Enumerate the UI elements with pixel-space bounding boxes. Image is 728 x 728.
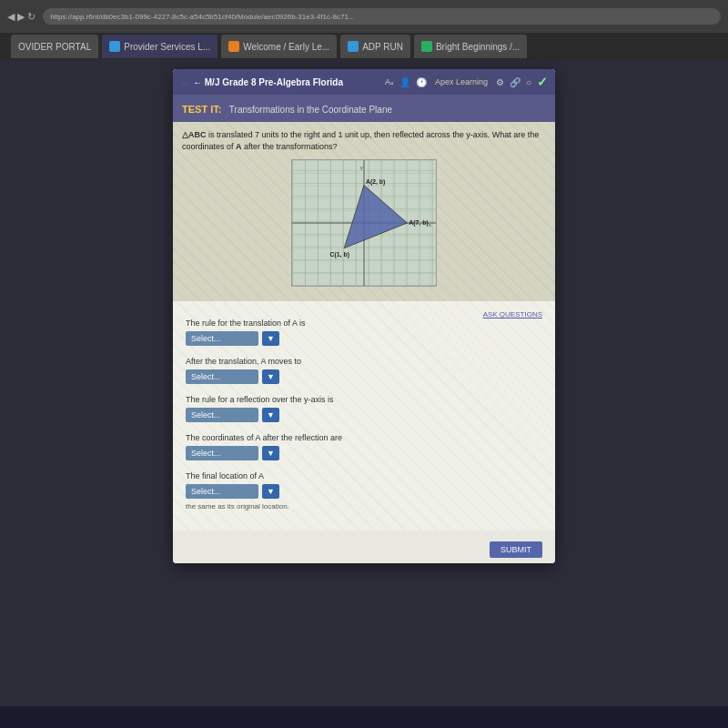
link-icon[interactable]: 🔗 [510, 77, 521, 87]
browser-controls: ◀ ▶ ↻ [7, 11, 35, 23]
dropdown-translation-rule[interactable]: Select... [186, 331, 258, 346]
question-row-2: The rule for a reflection over the y-axi… [186, 395, 542, 422]
tab-provider-services[interactable]: Provider Services L... [102, 35, 217, 58]
dropdown-value-2: Select... [191, 410, 221, 420]
dropdown-row-1: Select... ▼ [186, 369, 542, 384]
user-icon[interactable]: 👤 [399, 77, 410, 87]
question-row-1: After the translation, A moves to Select… [186, 357, 542, 384]
tab-label: Welcome / Early Le... [243, 42, 329, 52]
dropdown-value-3: Select... [191, 449, 221, 458]
apex-label: Apex Learning [432, 76, 490, 87]
row-label-0: The rule for the translation of A is [186, 318, 542, 328]
app-navigation: ← ← M/J Grade 8 Pre-Algebra Florida Aₐ 👤… [173, 69, 555, 95]
tab-icon-bright [421, 41, 432, 52]
row-label-4: The final location of A [186, 471, 542, 480]
dropdown-value-4: Select... [191, 487, 221, 496]
tab-icon-welcome [228, 41, 239, 52]
tab-icon-provider [109, 41, 120, 52]
ask-questions-link[interactable]: ASK QUESTIONS [483, 310, 542, 318]
svg-text:x: x [429, 222, 431, 228]
test-title-row: TEST IT: Transformations in the Coordina… [182, 100, 546, 116]
nav-right: Aₐ 👤 🕐 Apex Learning ⚙ 🔗 ○ ✓ [385, 75, 548, 89]
url-bar[interactable]: https://app.r6nt/db0ec3b1-099c-4227-8c5c… [43, 8, 721, 25]
row-label-2: The rule for a reflection over the y-axi… [186, 395, 542, 404]
svg-text:A(2, b): A(2, b) [366, 178, 385, 186]
app-window: ← ← M/J Grade 8 Pre-Algebra Florida Aₐ 👤… [173, 69, 555, 563]
app-nav-title: ← M/J Grade 8 Pre-Algebra Florida [193, 77, 343, 87]
dropdown-after-translation[interactable]: Select... [186, 369, 258, 384]
dropdown-arrow-3[interactable]: ▼ [262, 446, 279, 460]
question-row-4: The final location of A Select... ▼ the … [186, 471, 542, 511]
svg-text:C(1, b): C(1, b) [330, 252, 349, 259]
graph-svg: A(2, b) A(7, b) C(1, b) y x [292, 160, 436, 286]
question-area: △ABC is translated 7 units to the right … [173, 122, 555, 301]
answers-area: ASK QUESTIONS The rule for the translati… [173, 301, 555, 531]
dropdown-row-2: Select... ▼ [186, 408, 542, 422]
question-row-3: The coordinates of A after the reflectio… [186, 433, 542, 460]
row-label-3: The coordinates of A after the reflectio… [186, 433, 542, 442]
tab-welcome[interactable]: Welcome / Early Le... [221, 35, 337, 58]
screen-content: ← ← M/J Grade 8 Pre-Algebra Florida Aₐ 👤… [0, 60, 728, 706]
dropdown-row-0: Select... ▼ [186, 331, 542, 346]
settings-icon[interactable]: ⚙ [496, 77, 504, 87]
submit-button[interactable]: SUBMIT [490, 541, 542, 558]
bottom-area: SUBMIT [173, 531, 555, 563]
tab-label: Bright Beginnings /... [436, 42, 520, 52]
coordinate-graph: A(2, b) A(7, b) C(1, b) y x [291, 159, 437, 287]
tab-bar: OVIDER PORTAL Provider Services L... Wel… [0, 33, 728, 60]
tab-provider-portal[interactable]: OVIDER PORTAL [11, 35, 98, 58]
graph-wrapper: A(2, b) A(7, b) C(1, b) y x [182, 159, 546, 294]
nav-left: ← ← M/J Grade 8 Pre-Algebra Florida [180, 77, 343, 87]
test-header: TEST IT: Transformations in the Coordina… [173, 95, 555, 122]
dropdown-arrow-0[interactable]: ▼ [262, 331, 279, 346]
browser-chrome: ◀ ▶ ↻ https://app.r6nt/db0ec3b1-099c-422… [0, 0, 728, 33]
circle-icon[interactable]: ○ [526, 77, 531, 87]
tab-bright[interactable]: Bright Beginnings /... [414, 35, 527, 58]
dropdown-row-4: Select... ▼ [186, 484, 542, 499]
dropdown-value-1: Select... [191, 372, 221, 381]
dropdown-arrow-4[interactable]: ▼ [262, 484, 279, 499]
row-label-1: After the translation, A moves to [186, 357, 542, 366]
dropdown-final-location[interactable]: Select... [186, 484, 258, 499]
test-prefix: TEST IT: [182, 104, 221, 115]
url-text: https://app.r6nt/db0ec3b1-099c-4227-8c5c… [50, 13, 354, 21]
dropdown-arrow-1[interactable]: ▼ [262, 369, 279, 384]
question-row-0: The rule for the translation of A is Sel… [186, 318, 542, 346]
tab-icon-adp [348, 41, 359, 52]
dropdown-reflection-rule[interactable]: Select... [186, 408, 258, 422]
back-arrow-icon[interactable]: ← [180, 77, 189, 87]
svg-text:y: y [360, 165, 363, 170]
test-subtitle: Transformations in the Coordinate Plane [229, 105, 392, 115]
svg-text:A(7, b): A(7, b) [409, 219, 428, 227]
tab-label: ADP RUN [362, 42, 403, 52]
final-note: the same as its original location. [186, 502, 542, 511]
check-icon[interactable]: ✓ [537, 75, 548, 89]
dropdown-value-0: Select... [191, 334, 221, 343]
tab-label: OVIDER PORTAL [18, 42, 91, 52]
question-text: △ABC is translated 7 units to the right … [182, 129, 546, 152]
dropdown-row-3: Select... ▼ [186, 446, 542, 460]
dropdown-arrow-2[interactable]: ▼ [262, 408, 279, 422]
clock-icon[interactable]: 🕐 [416, 77, 427, 87]
dropdown-after-reflection[interactable]: Select... [186, 446, 258, 460]
tab-label: Provider Services L... [124, 42, 210, 52]
font-size-icon[interactable]: Aₐ [385, 77, 394, 86]
tab-adp[interactable]: ADP RUN [340, 35, 410, 58]
